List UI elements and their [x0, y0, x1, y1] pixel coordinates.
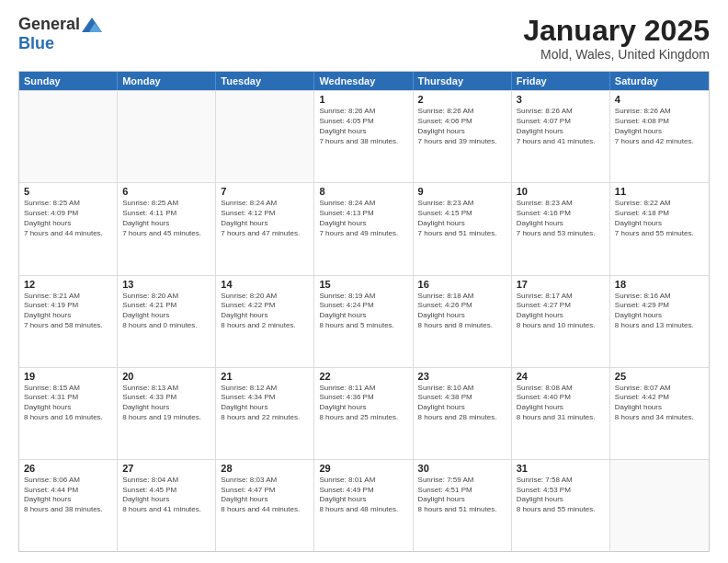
logo-icon [82, 17, 102, 32]
day-cell-12: 12Sunrise: 8:21 AMSunset: 4:19 PMDayligh… [19, 276, 118, 367]
day-info: Sunrise: 8:23 AMSunset: 4:16 PMDaylight … [517, 199, 605, 238]
day-number: 15 [319, 279, 407, 290]
day-number: 14 [221, 279, 309, 290]
month-title: January 2025 [523, 15, 710, 47]
day-cell-30: 30Sunrise: 7:59 AMSunset: 4:51 PMDayligh… [414, 460, 512, 551]
day-number: 30 [418, 463, 506, 474]
day-number: 2 [418, 94, 506, 105]
day-cell-empty [118, 91, 216, 182]
location: Mold, Wales, United Kingdom [523, 47, 710, 62]
day-info: Sunrise: 8:18 AMSunset: 4:26 PMDaylight … [418, 292, 506, 331]
day-info: Sunrise: 7:59 AMSunset: 4:51 PMDaylight … [418, 476, 506, 515]
week-row-2: 5Sunrise: 8:25 AMSunset: 4:09 PMDaylight… [19, 182, 709, 274]
day-number: 28 [221, 463, 309, 474]
day-cell-28: 28Sunrise: 8:03 AMSunset: 4:47 PMDayligh… [216, 460, 314, 551]
day-number: 18 [615, 279, 704, 290]
weekday-thursday: Thursday [414, 72, 512, 90]
day-cell-19: 19Sunrise: 8:15 AMSunset: 4:31 PMDayligh… [19, 368, 118, 459]
header: General Blue January 2025 Mold, Wales, U… [18, 15, 710, 62]
day-info: Sunrise: 8:21 AMSunset: 4:19 PMDaylight … [24, 292, 112, 331]
day-info: Sunrise: 7:58 AMSunset: 4:53 PMDaylight … [517, 476, 605, 515]
calendar-body: 1Sunrise: 8:26 AMSunset: 4:05 PMDaylight… [19, 90, 709, 551]
day-cell-5: 5Sunrise: 8:25 AMSunset: 4:09 PMDaylight… [19, 183, 118, 274]
day-cell-24: 24Sunrise: 8:08 AMSunset: 4:40 PMDayligh… [512, 368, 610, 459]
day-info: Sunrise: 8:23 AMSunset: 4:15 PMDaylight … [418, 199, 506, 238]
day-cell-empty [19, 91, 118, 182]
day-number: 1 [319, 94, 407, 105]
day-number: 22 [319, 371, 407, 382]
day-cell-27: 27Sunrise: 8:04 AMSunset: 4:45 PMDayligh… [118, 460, 216, 551]
day-info: Sunrise: 8:01 AMSunset: 4:49 PMDaylight … [319, 476, 407, 515]
day-info: Sunrise: 8:16 AMSunset: 4:29 PMDaylight … [615, 292, 704, 331]
day-info: Sunrise: 8:26 AMSunset: 4:06 PMDaylight … [418, 107, 506, 146]
day-info: Sunrise: 8:13 AMSunset: 4:33 PMDaylight … [122, 384, 210, 423]
day-number: 12 [24, 279, 112, 290]
day-cell-empty [610, 460, 709, 551]
day-cell-13: 13Sunrise: 8:20 AMSunset: 4:21 PMDayligh… [118, 276, 216, 367]
day-cell-26: 26Sunrise: 8:06 AMSunset: 4:44 PMDayligh… [19, 460, 118, 551]
week-row-4: 19Sunrise: 8:15 AMSunset: 4:31 PMDayligh… [19, 367, 709, 459]
day-cell-22: 22Sunrise: 8:11 AMSunset: 4:36 PMDayligh… [314, 368, 413, 459]
day-number: 11 [615, 186, 704, 197]
day-number: 26 [24, 463, 112, 474]
day-number: 23 [418, 371, 506, 382]
day-number: 17 [517, 279, 605, 290]
day-cell-31: 31Sunrise: 7:58 AMSunset: 4:53 PMDayligh… [512, 460, 610, 551]
day-number: 3 [517, 94, 605, 105]
day-number: 25 [615, 371, 704, 382]
day-cell-15: 15Sunrise: 8:19 AMSunset: 4:24 PMDayligh… [314, 276, 413, 367]
day-number: 10 [517, 186, 605, 197]
day-number: 29 [319, 463, 407, 474]
day-cell-14: 14Sunrise: 8:20 AMSunset: 4:22 PMDayligh… [216, 276, 314, 367]
logo: General Blue [18, 15, 102, 53]
day-info: Sunrise: 8:12 AMSunset: 4:34 PMDaylight … [221, 384, 309, 423]
weekday-saturday: Saturday [610, 72, 709, 90]
day-number: 5 [24, 186, 112, 197]
day-info: Sunrise: 8:17 AMSunset: 4:27 PMDaylight … [517, 292, 605, 331]
day-cell-2: 2Sunrise: 8:26 AMSunset: 4:06 PMDaylight… [414, 91, 512, 182]
day-number: 9 [418, 186, 506, 197]
day-number: 6 [122, 186, 210, 197]
day-info: Sunrise: 8:25 AMSunset: 4:11 PMDaylight … [122, 199, 210, 238]
week-row-3: 12Sunrise: 8:21 AMSunset: 4:19 PMDayligh… [19, 275, 709, 367]
logo-blue: Blue [18, 34, 54, 53]
day-cell-empty [216, 91, 314, 182]
day-number: 4 [615, 94, 704, 105]
day-cell-11: 11Sunrise: 8:22 AMSunset: 4:18 PMDayligh… [610, 183, 709, 274]
day-number: 20 [122, 371, 210, 382]
day-info: Sunrise: 8:10 AMSunset: 4:38 PMDaylight … [418, 384, 506, 423]
weekday-sunday: Sunday [19, 72, 118, 90]
day-info: Sunrise: 8:24 AMSunset: 4:13 PMDaylight … [319, 199, 407, 238]
day-info: Sunrise: 8:22 AMSunset: 4:18 PMDaylight … [615, 199, 704, 238]
day-info: Sunrise: 8:15 AMSunset: 4:31 PMDaylight … [24, 384, 112, 423]
day-number: 7 [221, 186, 309, 197]
day-cell-29: 29Sunrise: 8:01 AMSunset: 4:49 PMDayligh… [314, 460, 413, 551]
day-cell-8: 8Sunrise: 8:24 AMSunset: 4:13 PMDaylight… [314, 183, 413, 274]
weekday-wednesday: Wednesday [314, 72, 413, 90]
day-info: Sunrise: 8:03 AMSunset: 4:47 PMDaylight … [221, 476, 309, 515]
page: General Blue January 2025 Mold, Wales, U… [0, 0, 728, 563]
day-cell-20: 20Sunrise: 8:13 AMSunset: 4:33 PMDayligh… [118, 368, 216, 459]
day-info: Sunrise: 8:08 AMSunset: 4:40 PMDaylight … [517, 384, 605, 423]
day-info: Sunrise: 8:25 AMSunset: 4:09 PMDaylight … [24, 199, 112, 238]
day-cell-9: 9Sunrise: 8:23 AMSunset: 4:15 PMDaylight… [414, 183, 512, 274]
day-cell-23: 23Sunrise: 8:10 AMSunset: 4:38 PMDayligh… [414, 368, 512, 459]
day-number: 27 [122, 463, 210, 474]
day-info: Sunrise: 8:20 AMSunset: 4:22 PMDaylight … [221, 292, 309, 331]
day-info: Sunrise: 8:20 AMSunset: 4:21 PMDaylight … [122, 292, 210, 331]
day-info: Sunrise: 8:11 AMSunset: 4:36 PMDaylight … [319, 384, 407, 423]
week-row-5: 26Sunrise: 8:06 AMSunset: 4:44 PMDayligh… [19, 459, 709, 551]
day-cell-4: 4Sunrise: 8:26 AMSunset: 4:08 PMDaylight… [610, 91, 709, 182]
logo-general: General [18, 15, 80, 34]
day-info: Sunrise: 8:26 AMSunset: 4:07 PMDaylight … [517, 107, 605, 146]
day-number: 8 [319, 186, 407, 197]
weekday-monday: Monday [118, 72, 216, 90]
day-cell-6: 6Sunrise: 8:25 AMSunset: 4:11 PMDaylight… [118, 183, 216, 274]
day-cell-3: 3Sunrise: 8:26 AMSunset: 4:07 PMDaylight… [512, 91, 610, 182]
day-number: 13 [122, 279, 210, 290]
day-info: Sunrise: 8:24 AMSunset: 4:12 PMDaylight … [221, 199, 309, 238]
day-cell-16: 16Sunrise: 8:18 AMSunset: 4:26 PMDayligh… [414, 276, 512, 367]
calendar-header: Sunday Monday Tuesday Wednesday Thursday… [19, 72, 709, 90]
day-number: 24 [517, 371, 605, 382]
day-cell-1: 1Sunrise: 8:26 AMSunset: 4:05 PMDaylight… [314, 91, 413, 182]
